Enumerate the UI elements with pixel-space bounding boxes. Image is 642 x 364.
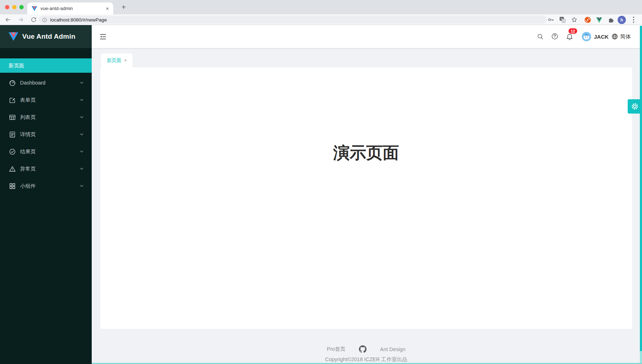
window-close-button[interactable]	[5, 5, 9, 9]
main-content-card: 演示页面	[100, 67, 632, 329]
sidebar-item-0[interactable]: Dashboard	[0, 76, 92, 90]
vertical-scrollbar-thumb[interactable]	[640, 26, 642, 351]
footer-links: Pro首页 Ant Design	[100, 345, 632, 353]
sidebar-item-label: 新页面	[9, 62, 24, 69]
page-tab-label: 新页面	[107, 57, 121, 64]
sidebar-item-2[interactable]: 列表页	[0, 110, 92, 124]
language-label[interactable]: 简体	[620, 25, 631, 48]
gear-icon	[631, 102, 639, 111]
browser-menu-dots-icon[interactable]	[633, 16, 634, 23]
page-title: 演示页面	[100, 67, 632, 164]
sidebar-item-label: 小组件	[20, 183, 36, 190]
chevron-down-icon	[80, 81, 84, 85]
sidebar-item-label: 异常页	[20, 166, 36, 172]
password-key-icon[interactable]	[547, 16, 555, 23]
browser-tab-title: vue-antd-admin	[40, 6, 106, 11]
vertical-scrollbar-track[interactable]	[640, 351, 642, 364]
address-bar[interactable]: localhost:8080/#/newPage	[39, 16, 547, 24]
appstore-icon	[9, 182, 16, 190]
sidebar-item-label: Dashboard	[20, 80, 45, 86]
page-tab-close-icon[interactable]: ×	[124, 58, 127, 63]
footer-copyright: Copyright©2018 ICZER 工作室出品	[100, 356, 632, 363]
user-avatar[interactable]	[582, 32, 591, 41]
sidebar: Vue Antd Admin 新页面 Dashboard表单页列表页详情页结果页…	[0, 25, 92, 364]
tab-close-icon[interactable]: ×	[106, 5, 109, 11]
chevron-down-icon	[80, 167, 84, 171]
chevron-down-icon	[80, 115, 84, 119]
chevron-down-icon	[80, 149, 84, 154]
table-icon	[9, 114, 16, 121]
sidebar-item-5[interactable]: 异常页	[0, 162, 92, 176]
reload-icon[interactable]	[30, 16, 37, 23]
sidebar-item-6[interactable]: 小组件	[0, 179, 92, 193]
chevron-down-icon	[80, 184, 84, 188]
sidebar-item-label: 结果页	[20, 148, 36, 155]
sidebar-item-1[interactable]: 表单页	[0, 93, 92, 107]
extension-orange-icon[interactable]	[585, 17, 591, 23]
window-minimize-button[interactable]	[12, 5, 16, 9]
browser-toolbar: localhost:8080/#/newPage 文G h	[0, 14, 642, 25]
warning-icon	[9, 165, 16, 173]
username-label[interactable]: JACK	[594, 25, 609, 48]
back-icon[interactable]	[4, 16, 11, 23]
language-globe-icon[interactable]	[611, 33, 618, 40]
menu-fold-icon[interactable]	[99, 33, 107, 41]
page-tab-active[interactable]: 新页面 ×	[101, 53, 133, 67]
sidebar-item-3[interactable]: 详情页	[0, 127, 92, 142]
sidebar-item-label: 列表页	[20, 114, 36, 121]
bookmark-star-icon[interactable]	[571, 16, 578, 23]
vue-devtools-icon[interactable]	[596, 17, 602, 23]
sidebar-item-label: 详情页	[20, 131, 36, 138]
url-text: localhost:8080/#/newPage	[50, 17, 107, 23]
sidebar-menu: 新页面 Dashboard表单页列表页详情页结果页异常页小组件	[0, 48, 92, 193]
check-circle-icon	[9, 148, 16, 155]
notification-bell-icon[interactable]	[566, 33, 574, 41]
search-icon[interactable]	[537, 33, 544, 40]
window-zoom-button[interactable]	[19, 5, 24, 9]
footer-link-ant-design[interactable]: Ant Design	[380, 346, 406, 352]
profile-icon	[9, 131, 16, 138]
dashboard-icon	[9, 79, 16, 87]
extensions-puzzle-icon[interactable]	[608, 16, 614, 23]
browser-tab-strip: vue-antd-admin × +	[0, 0, 642, 14]
vue-favicon-icon	[32, 6, 37, 11]
app-logo[interactable]: Vue Antd Admin	[0, 25, 92, 48]
info-icon[interactable]	[42, 17, 47, 23]
forward-icon[interactable]	[17, 16, 24, 23]
vue-logo-icon	[9, 32, 18, 41]
app-header: 12 JACK 简体	[92, 25, 642, 48]
footer-link-home[interactable]: Pro首页	[327, 346, 345, 353]
new-tab-button[interactable]: +	[119, 3, 128, 11]
chevron-down-icon	[80, 98, 84, 102]
svg-text:G: G	[563, 20, 565, 23]
github-icon[interactable]	[359, 345, 366, 353]
sidebar-item-label: 表单页	[20, 97, 36, 104]
notification-badge: 12	[568, 28, 578, 34]
form-icon	[9, 96, 16, 104]
translate-icon[interactable]: 文G	[559, 16, 566, 23]
browser-profile-avatar[interactable]: h	[618, 16, 626, 24]
sidebar-item-selected[interactable]: 新页面	[0, 58, 92, 73]
sidebar-item-4[interactable]: 结果页	[0, 144, 92, 159]
chevron-down-icon	[80, 132, 84, 136]
help-icon[interactable]	[551, 33, 559, 40]
browser-tab[interactable]: vue-antd-admin ×	[27, 3, 113, 14]
app-logo-title: Vue Antd Admin	[22, 33, 75, 40]
